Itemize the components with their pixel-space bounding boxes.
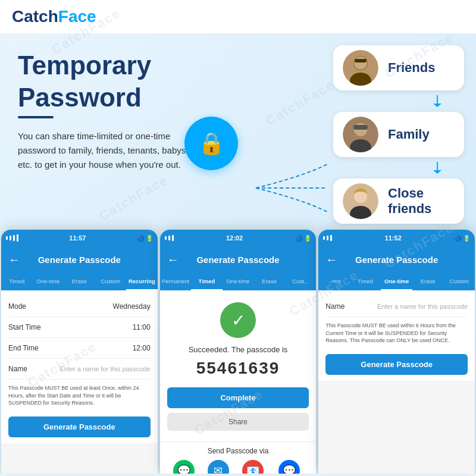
logo-face: Face [58, 7, 96, 26]
title-line2: Password [18, 83, 211, 112]
title-underline [18, 116, 54, 118]
persona-card-friends: Friends [333, 45, 464, 90]
persona-label-close-friends-2: friends [388, 201, 431, 217]
persona-label-family: Family [388, 127, 430, 142]
svg-rect-11 [353, 125, 368, 130]
svg-rect-4 [355, 59, 367, 62]
persona-card-close-friends: Close friends [333, 178, 464, 224]
persona-label-friends: Friends [388, 60, 435, 76]
svg-marker-13 [433, 170, 441, 174]
persona-card-family: Family [333, 112, 464, 157]
main-content: Temporary Password You can share time-li… [0, 33, 476, 474]
connector-1 [228, 95, 464, 107]
right-section: Friends Family [228, 33, 476, 474]
description-text: You can share time-limited or one-time p… [18, 129, 211, 172]
avatar-friends [343, 50, 378, 86]
svg-point-3 [354, 57, 367, 70]
persona-label-close-friends: Close [388, 186, 431, 201]
lock-circle: 🔒 [184, 117, 238, 170]
connector-2 [228, 162, 464, 174]
svg-marker-6 [433, 104, 441, 107]
avatar-close-friends [343, 183, 378, 219]
avatar-family [343, 117, 378, 152]
title-line1: Temporary [18, 51, 211, 80]
left-section: Temporary Password You can share time-li… [0, 33, 228, 474]
header: CatchFace [0, 0, 476, 33]
logo: CatchFace [12, 7, 96, 26]
lock-icon: 🔒 [198, 131, 225, 156]
logo-catch: Catch [12, 7, 58, 26]
